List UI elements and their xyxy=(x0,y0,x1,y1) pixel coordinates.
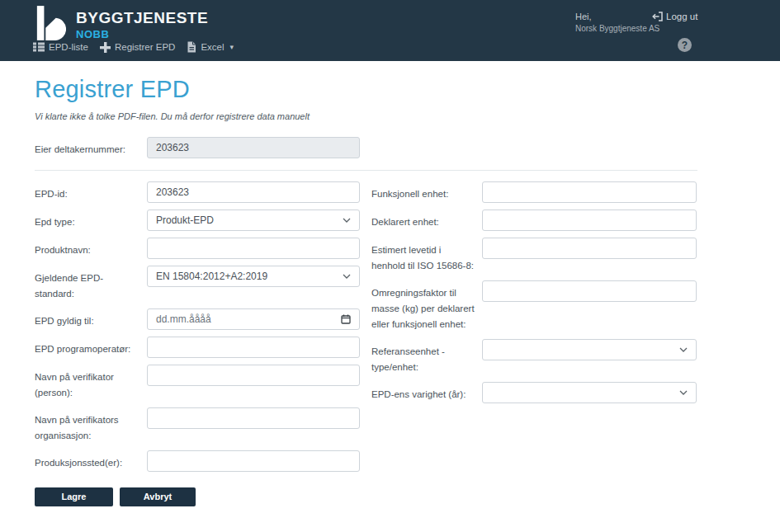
field-label: EPD-ens varighet (år): xyxy=(371,382,482,403)
page-subtitle: Vi klarte ikke å tolke PDF-filen. Du må … xyxy=(35,111,780,121)
nav-item-excel[interactable]: Excel ▾ xyxy=(187,41,234,53)
help-icon[interactable]: ? xyxy=(678,38,692,52)
brand-sub: NOBB xyxy=(76,28,208,40)
programoperator-input[interactable] xyxy=(147,337,360,358)
nav-item-registrer-epd[interactable]: Registrer EPD xyxy=(100,42,176,53)
field-label: Navn på verifikator (person): xyxy=(35,365,147,401)
organization-name: Norsk Byggtjeneste AS xyxy=(575,23,659,35)
chevron-down-icon xyxy=(679,347,688,352)
form-divider xyxy=(35,170,697,171)
selected-value: Produkt-EPD xyxy=(156,214,214,226)
produktnavn-input[interactable] xyxy=(147,238,360,259)
nav-item-label: EPD-liste xyxy=(49,42,88,52)
list-icon xyxy=(33,42,45,52)
field-label: Deklarert enhet: xyxy=(371,210,482,230)
chevron-down-icon: ▾ xyxy=(230,43,234,51)
logout-label: Logg ut xyxy=(666,12,697,21)
brand-name: BYGGTJENESTE xyxy=(76,5,208,27)
verifikator-organisasjon-input[interactable] xyxy=(147,407,360,429)
logout-button[interactable]: Logg ut xyxy=(651,11,697,22)
form-row-epd-id: EPD-id: xyxy=(35,181,361,203)
field-label: EPD-id: xyxy=(35,181,147,202)
plus-icon xyxy=(100,42,111,53)
form-row-verifikator-person: Navn på verifikator (person): xyxy=(35,365,361,401)
calendar-icon[interactable] xyxy=(341,314,351,324)
form-row-omregningsfaktor: Omregningsfaktor til masse (kg) per dekl… xyxy=(371,280,697,332)
epd-standard-select[interactable]: EN 15804:2012+A2:2019 xyxy=(147,266,360,287)
verifikator-person-input[interactable] xyxy=(147,365,360,386)
brand-logo-link[interactable]: BYGGTJENESTE NOBB xyxy=(35,5,208,41)
selected-value: EN 15804:2012+A2:2019 xyxy=(156,271,267,282)
epd-type-select[interactable]: Produkt-EPD xyxy=(147,210,360,231)
nav-item-epd-liste[interactable]: EPD-liste xyxy=(33,42,88,52)
save-button[interactable]: Lagre xyxy=(35,487,113,506)
chevron-down-icon xyxy=(343,274,351,279)
field-label: Produksjonssted(er): xyxy=(35,450,147,471)
greeting-line: Hei, xyxy=(575,11,659,23)
form-row-deklarert-enhet: Deklarert enhet: xyxy=(371,210,697,231)
field-label: Navn på verifikators organisasjon: xyxy=(35,407,147,444)
estimert-levetid-input[interactable] xyxy=(482,238,697,259)
produksjonssted-input[interactable] xyxy=(147,450,360,472)
form-row-programoperator: EPD programoperatør: xyxy=(35,337,361,358)
field-label: Omregningsfaktor til masse (kg) per dekl… xyxy=(371,280,482,332)
form-row-produksjonssted: Produksjonssted(er): xyxy=(35,450,361,472)
funksjonell-enhet-input[interactable] xyxy=(482,181,697,203)
user-greeting: Hei, Norsk Byggtjeneste AS xyxy=(575,11,659,34)
owner-number-field xyxy=(147,137,360,158)
epd-gyldig-til-date-input[interactable]: dd.mm.åååå xyxy=(147,308,360,330)
cancel-button[interactable]: Avbryt xyxy=(120,487,196,506)
form-row-produktnavn: Produktnavn: xyxy=(35,238,361,259)
chevron-down-icon xyxy=(343,218,351,223)
field-label: Produktnavn: xyxy=(35,238,147,258)
file-icon xyxy=(187,41,196,53)
form-column-left: EPD-id: Epd type: Produkt-EPD xyxy=(35,181,361,506)
nav-item-label: Excel xyxy=(201,42,224,52)
form-column-right: Funksjonell enhet: Deklarert enhet: Esti… xyxy=(371,181,697,410)
form-row-referanseenhet: Referanseenhet - type/enhet: xyxy=(371,339,697,375)
field-label: Epd type: xyxy=(35,210,147,230)
field-label: EPD gyldig til: xyxy=(35,308,147,329)
form-columns: EPD-id: Epd type: Produkt-EPD xyxy=(35,181,697,506)
form-row-epd-gyldig-til: EPD gyldig til: dd.mm.åååå xyxy=(35,308,361,330)
form-actions: Lagre Avbryt xyxy=(35,487,361,506)
byggtjeneste-logo-icon xyxy=(35,5,66,41)
page-title: Registrer EPD xyxy=(35,76,780,103)
form-row-estimert-levetid: Estimert levetid i henhold til ISO 15686… xyxy=(371,238,697,274)
main-nav: EPD-liste Registrer EPD Excel ▾ xyxy=(33,41,234,53)
chevron-down-icon xyxy=(679,390,688,395)
referanseenhet-select[interactable] xyxy=(482,339,697,360)
form-row-epd-varighet: EPD-ens varighet (år): xyxy=(371,382,697,403)
field-label: Estimert levetid i henhold til ISO 15686… xyxy=(371,238,482,274)
epd-varighet-select[interactable] xyxy=(482,382,697,403)
field-label: EPD programoperatør: xyxy=(35,337,147,357)
owner-row: Eier deltakernummer: xyxy=(35,137,697,158)
main-content: Registrer EPD Vi klarte ikke å tolke PDF… xyxy=(0,61,780,506)
form-row-epd-standard: Gjeldende EPD-standard: EN 15804:2012+A2… xyxy=(35,266,361,302)
date-placeholder: dd.mm.åååå xyxy=(156,313,211,325)
form-row-funksjonell-enhet: Funksjonell enhet: xyxy=(371,181,697,203)
app-header: BYGGTJENESTE NOBB EPD-liste Registre xyxy=(0,0,780,61)
register-epd-form: Eier deltakernummer: EPD-id: Epd type: xyxy=(35,137,697,506)
field-label: Referanseenhet - type/enhet: xyxy=(371,339,482,375)
owner-label: Eier deltakernummer: xyxy=(35,137,147,158)
nav-item-label: Registrer EPD xyxy=(115,42,176,52)
omregningsfaktor-input[interactable] xyxy=(482,280,697,302)
logout-icon xyxy=(651,11,663,22)
deklarert-enhet-input[interactable] xyxy=(482,210,697,231)
field-label: Funksjonell enhet: xyxy=(371,181,482,202)
epd-id-input[interactable] xyxy=(147,181,360,203)
form-row-epd-type: Epd type: Produkt-EPD xyxy=(35,210,361,231)
field-label: Gjeldende EPD-standard: xyxy=(35,266,147,302)
form-row-verifikator-organisasjon: Navn på verifikators organisasjon: xyxy=(35,407,361,444)
